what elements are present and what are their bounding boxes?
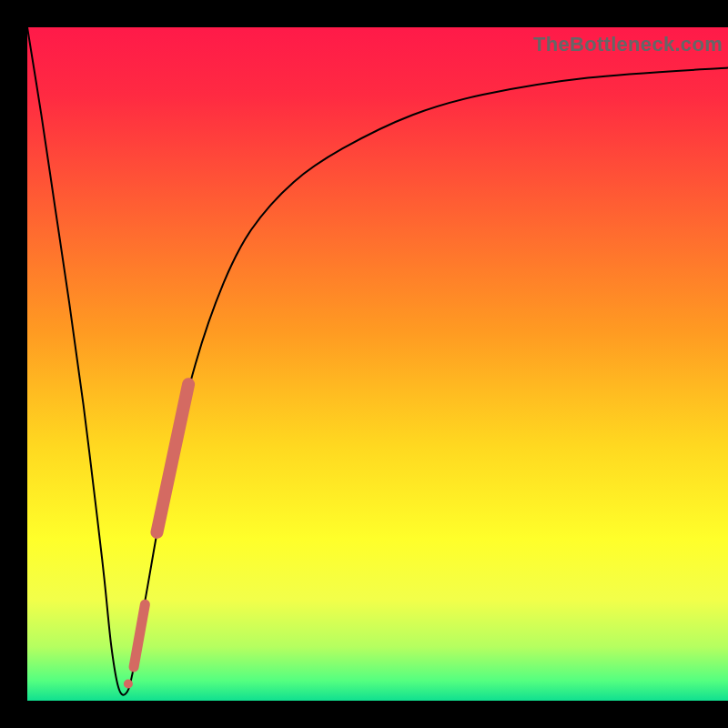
bottleneck-curve <box>27 27 728 695</box>
watermark-text: TheBottleneck.com <box>533 33 723 56</box>
salmon-dot <box>129 662 138 672</box>
chart-frame: TheBottleneck.com <box>0 0 728 728</box>
salmon-dot <box>124 680 133 689</box>
salmon-dots-group <box>124 662 138 689</box>
plot-area: TheBottleneck.com <box>27 27 728 701</box>
curve-layer <box>27 27 728 701</box>
salmon-overlay-short <box>134 604 145 667</box>
salmon-overlay-long <box>157 384 188 532</box>
